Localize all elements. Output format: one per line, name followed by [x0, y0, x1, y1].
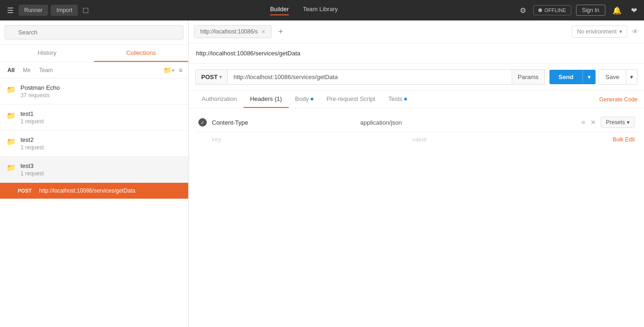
- sidebar: 🔍 History Collections All Me Team 📁+ ≡: [0, 20, 189, 327]
- search-input[interactable]: [5, 25, 183, 40]
- folder-icon: 📁: [7, 163, 16, 172]
- env-label: No environment: [577, 28, 617, 35]
- tab-history[interactable]: History: [0, 45, 94, 62]
- collection-list: 📁 Postman Echo 37 requests 📁 test1 1 req…: [0, 79, 188, 327]
- presets-chevron-icon: ▾: [627, 119, 630, 126]
- tab-headers-label: Headers (1): [250, 95, 282, 102]
- header-row: ✓ Content-Type application/json ≡ ✕ Pres…: [195, 113, 637, 132]
- folder-icon: 📁: [7, 85, 16, 94]
- collection-name: test3: [20, 162, 182, 169]
- filter-team[interactable]: Team: [37, 66, 54, 74]
- settings-button[interactable]: ⚙: [517, 4, 529, 17]
- url-input[interactable]: [228, 69, 512, 85]
- sign-in-button[interactable]: Sign In: [576, 5, 605, 16]
- url-tab-bar: http://localhost:10086/s ✕ + No environm…: [189, 20, 644, 43]
- collection-item-test3[interactable]: 📁 test3 1 request › ⋮: [0, 157, 188, 183]
- tab-team-library[interactable]: Team Library: [303, 6, 338, 15]
- method-label: POST: [201, 73, 217, 80]
- headers-table: ✓ Content-Type application/json ≡ ✕ Pres…: [189, 108, 644, 151]
- tabs-row: Authorization Headers (1) Body Pre-reque…: [189, 91, 644, 108]
- tab-pre-request[interactable]: Pre-request Script: [320, 91, 382, 108]
- collection-count: 1 request: [20, 118, 182, 125]
- new-header-row: key value Bulk Edit: [195, 132, 637, 147]
- new-header-value-placeholder[interactable]: value: [412, 136, 608, 143]
- save-chevron-button[interactable]: ▾: [626, 69, 637, 85]
- new-tab-button[interactable]: □: [81, 3, 90, 18]
- tab-tests[interactable]: Tests: [382, 91, 414, 108]
- header-delete-button[interactable]: ✕: [590, 118, 597, 127]
- presets-button[interactable]: Presets ▾: [601, 117, 635, 128]
- send-btn-group: Send ▾: [549, 70, 596, 84]
- search-bar: 🔍: [0, 20, 188, 45]
- tab-builder[interactable]: Builder: [270, 6, 289, 15]
- env-chevron-icon: ▾: [619, 28, 622, 35]
- search-wrap: 🔍: [5, 25, 183, 40]
- params-button[interactable]: Params: [512, 69, 545, 85]
- new-header-key-placeholder[interactable]: key: [212, 136, 407, 143]
- send-button[interactable]: Send: [549, 70, 583, 84]
- env-eye-icon[interactable]: 👁: [632, 28, 638, 35]
- sort-icon: ≡: [179, 67, 183, 74]
- main: 🔍 History Collections All Me Team 📁+ ≡: [0, 20, 644, 327]
- new-tab-icon: □: [83, 6, 88, 15]
- offline-badge: OFFLINE: [533, 5, 571, 15]
- tab-authorization[interactable]: Authorization: [195, 91, 244, 108]
- header-key: Content-Type: [212, 119, 355, 126]
- runner-button[interactable]: Runner: [19, 5, 48, 16]
- collection-item-test1[interactable]: 📁 test1 1 request: [0, 105, 188, 131]
- heart-icon: ❤: [631, 7, 637, 14]
- send-chevron-button[interactable]: ▾: [583, 70, 596, 84]
- tab-authorization-label: Authorization: [202, 95, 237, 102]
- method-select[interactable]: POST ▾: [195, 69, 228, 85]
- notifications-icon: 🔔: [612, 7, 622, 14]
- heart-button[interactable]: ❤: [629, 4, 639, 17]
- offline-label: OFFLINE: [544, 7, 566, 13]
- save-btn-group: Save ▾: [598, 69, 637, 85]
- topbar-right: ⚙ OFFLINE Sign In 🔔 ❤: [517, 4, 639, 17]
- sort-button[interactable]: ≡: [179, 67, 183, 74]
- presets-label: Presets: [606, 119, 625, 126]
- header-actions: ≡ ✕ Presets ▾: [580, 117, 635, 128]
- request-line: POST ▾ Params Send ▾ Save ▾: [189, 64, 644, 91]
- url-display: http://localhost:10086/services/getData: [189, 43, 644, 64]
- tab-body-label: Body: [295, 95, 309, 102]
- filter-me[interactable]: Me: [21, 66, 33, 74]
- add-tab-button[interactable]: +: [275, 26, 286, 38]
- active-request-item[interactable]: POST http://localhost:10086/services/get…: [0, 183, 188, 199]
- generate-code-link[interactable]: Generate Code: [599, 92, 637, 107]
- filter-all[interactable]: All: [6, 66, 16, 74]
- runner-label: Runner: [24, 7, 42, 13]
- body-dot: [311, 98, 313, 100]
- collection-count: 37 requests: [20, 92, 182, 99]
- bulk-edit-link[interactable]: Bulk Edit: [613, 136, 635, 143]
- settings-icon: ⚙: [520, 7, 526, 14]
- collection-item-test2[interactable]: 📁 test2 1 request: [0, 131, 188, 157]
- header-menu-button[interactable]: ≡: [580, 118, 586, 127]
- notifications-button[interactable]: 🔔: [610, 4, 624, 17]
- new-collection-button[interactable]: 📁+: [163, 67, 175, 74]
- import-button[interactable]: Import: [51, 5, 78, 16]
- collection-item-postman-echo[interactable]: 📁 Postman Echo 37 requests: [0, 79, 188, 105]
- tab-body[interactable]: Body: [289, 91, 320, 108]
- collection-item-info: Postman Echo 37 requests: [20, 84, 182, 99]
- tests-dot: [404, 98, 407, 100]
- tab-tests-label: Tests: [388, 95, 402, 102]
- tab-collections[interactable]: Collections: [94, 45, 188, 62]
- filter-actions: 📁+ ≡: [163, 67, 183, 74]
- close-tab-icon[interactable]: ✕: [261, 29, 265, 35]
- filter-group: All Me Team: [6, 66, 54, 74]
- request-url: http://localhost:10086/services/getData: [39, 187, 136, 194]
- url-tab[interactable]: http://localhost:10086/s ✕: [194, 25, 271, 38]
- env-dropdown[interactable]: No environment ▾: [572, 26, 627, 38]
- collection-name: test1: [20, 110, 182, 117]
- collection-count: 1 request: [20, 170, 182, 177]
- tab-headers[interactable]: Headers (1): [244, 91, 289, 108]
- tab-pre-request-label: Pre-request Script: [326, 95, 375, 102]
- collection-item-info: test1 1 request: [20, 110, 182, 125]
- sidebar-filter: All Me Team 📁+ ≡: [0, 62, 188, 79]
- save-button[interactable]: Save: [598, 69, 626, 85]
- sidebar-toggle-button[interactable]: ☰: [5, 4, 16, 17]
- collection-count: 1 request: [20, 144, 182, 151]
- header-check: ✓: [198, 118, 207, 127]
- method-badge: POST: [18, 188, 34, 194]
